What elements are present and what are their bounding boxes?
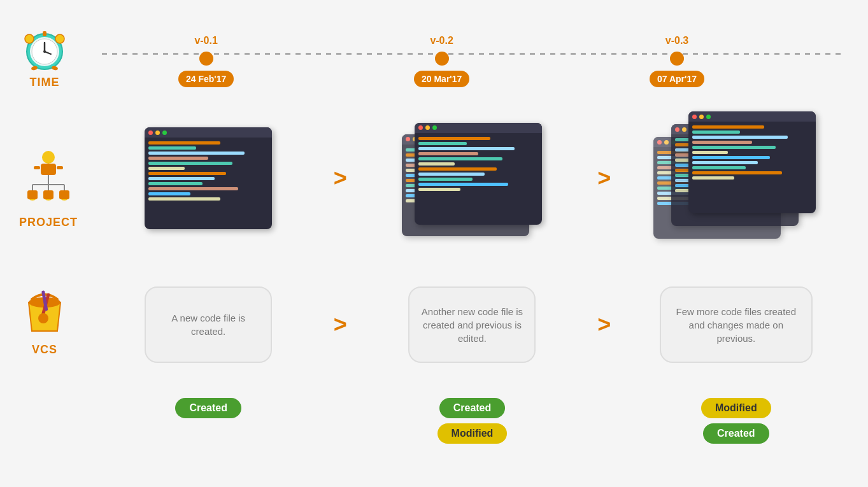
badges-row: Created Created Modified Modified Create… bbox=[102, 392, 843, 468]
time-icon-container: TIME bbox=[19, 22, 70, 89]
version-dot-1 bbox=[199, 52, 213, 66]
vcs-label: VCS bbox=[32, 343, 57, 356]
desc-arrow-2: > bbox=[579, 311, 630, 338]
version-label-1: v-0.1 bbox=[194, 35, 217, 46]
badge-created-3: Created bbox=[703, 423, 769, 444]
svg-rect-12 bbox=[41, 164, 56, 175]
editor-slot-1 bbox=[102, 127, 315, 229]
project-icon-container: PROJECT bbox=[19, 150, 78, 229]
svg-rect-25 bbox=[59, 190, 69, 199]
editor-slot-2 bbox=[366, 123, 578, 234]
svg-rect-21 bbox=[27, 190, 38, 199]
desc-box-1: A new code file is created. bbox=[145, 286, 272, 363]
svg-rect-10 bbox=[43, 31, 46, 36]
version-point-3: v-0.3 07 Apr'17 bbox=[650, 35, 704, 87]
svg-point-11 bbox=[42, 151, 55, 164]
svg-rect-13 bbox=[34, 166, 40, 169]
badge-slot-3: Modified Created bbox=[630, 398, 843, 444]
badge-modified-3: Modified bbox=[701, 398, 771, 418]
project-icon bbox=[20, 150, 77, 213]
version-dot-2 bbox=[435, 52, 449, 66]
vcs-icon bbox=[19, 283, 70, 341]
badge-modified-2: Modified bbox=[438, 423, 508, 444]
project-label: PROJECT bbox=[19, 216, 78, 229]
svg-point-9 bbox=[55, 34, 64, 43]
editor-triple-3 bbox=[653, 111, 819, 245]
version-point-2: v-0.2 20 Mar'17 bbox=[414, 35, 469, 87]
badge-created-1: Created bbox=[175, 398, 241, 418]
svg-rect-23 bbox=[43, 190, 53, 199]
description-row: A new code file is created. > Another ne… bbox=[102, 274, 843, 376]
desc-slot-2: Another new code file is created and pre… bbox=[366, 286, 578, 363]
desc-box-2: Another new code file is created and pre… bbox=[408, 286, 536, 363]
version-date-2: 20 Mar'17 bbox=[414, 71, 469, 87]
editor-window-2a bbox=[415, 123, 542, 225]
arrow-1: > bbox=[315, 165, 366, 192]
version-point-1: v-0.1 24 Feb'17 bbox=[178, 35, 234, 87]
timeline: v-0.1 24 Feb'17 v-0.2 20 Mar'17 v-0.3 07… bbox=[102, 35, 843, 73]
desc-box-3: Few more code files created and changes … bbox=[660, 286, 813, 363]
svg-rect-14 bbox=[57, 166, 63, 169]
left-icons-column: TIME PROJECT bbox=[13, 0, 96, 487]
version-date-3: 07 Apr'17 bbox=[650, 71, 704, 87]
editor-window-1 bbox=[145, 127, 272, 229]
editor-window-3a bbox=[688, 111, 816, 213]
badge-created-2: Created bbox=[439, 398, 506, 418]
version-date-1: 24 Feb'17 bbox=[178, 71, 234, 87]
time-label: TIME bbox=[30, 76, 60, 89]
clock-icon bbox=[19, 22, 70, 73]
desc-arrow-1: > bbox=[315, 311, 366, 338]
badge-slot-1: Created bbox=[102, 398, 315, 418]
desc-slot-1: A new code file is created. bbox=[102, 286, 315, 363]
arrow-2: > bbox=[579, 165, 630, 192]
editor-stack-2 bbox=[402, 123, 542, 234]
version-dot-3 bbox=[670, 52, 684, 66]
badge-slot-2: Created Modified bbox=[366, 398, 578, 444]
svg-point-8 bbox=[25, 34, 34, 43]
editors-row: > bbox=[102, 108, 843, 248]
version-label-3: v-0.3 bbox=[665, 35, 688, 46]
svg-point-29 bbox=[38, 313, 48, 323]
editor-slot-3 bbox=[630, 111, 843, 245]
svg-point-5 bbox=[43, 50, 46, 53]
desc-slot-3: Few more code files created and changes … bbox=[630, 286, 843, 363]
vcs-icon-container: VCS bbox=[19, 283, 70, 356]
version-label-2: v-0.2 bbox=[430, 35, 453, 46]
